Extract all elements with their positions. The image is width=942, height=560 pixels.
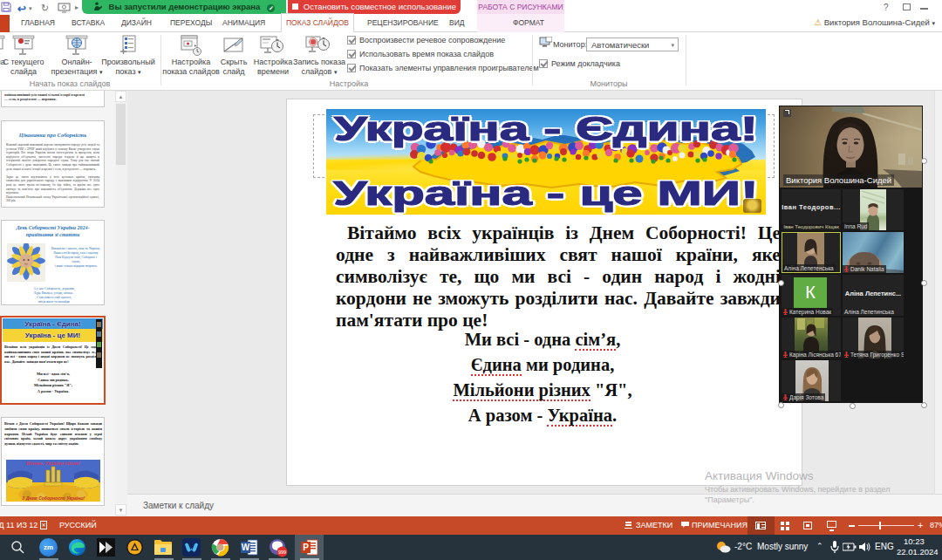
- svg-text:P: P: [303, 543, 309, 552]
- svg-text:999: 999: [278, 550, 286, 555]
- svg-text:W: W: [242, 543, 250, 552]
